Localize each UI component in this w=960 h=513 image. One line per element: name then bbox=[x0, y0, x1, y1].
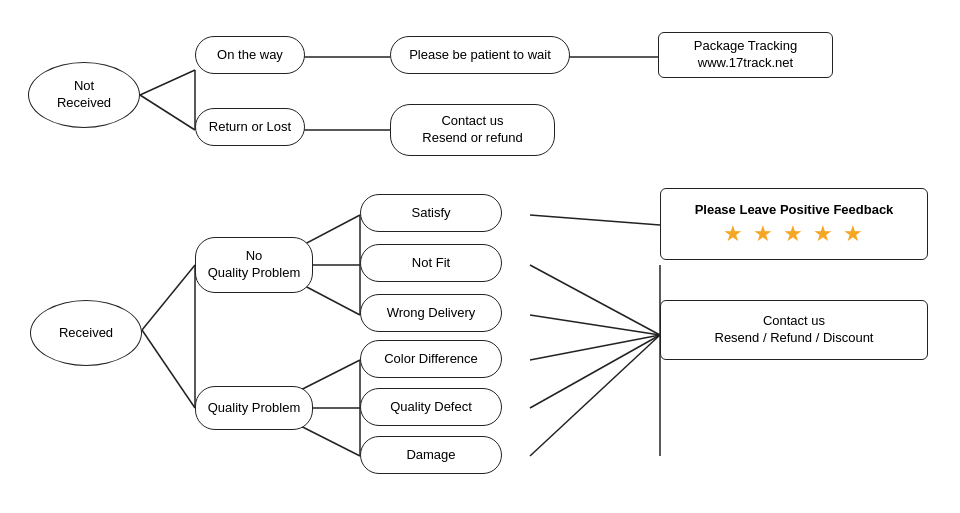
feedback-title: Please Leave Positive Feedback bbox=[695, 202, 894, 217]
quality-defect-node: Quality Defect bbox=[360, 388, 502, 426]
patient-wait-node: Please be patient to wait bbox=[390, 36, 570, 74]
svg-line-0 bbox=[140, 70, 195, 95]
wrong-delivery-node: Wrong Delivery bbox=[360, 294, 502, 332]
feedback-box: Please Leave Positive Feedback ★ ★ ★ ★ ★ bbox=[660, 188, 928, 260]
received-node: Received bbox=[30, 300, 142, 366]
package-tracking-node: Package Tracking www.17track.net bbox=[658, 32, 833, 78]
svg-line-15 bbox=[530, 315, 660, 335]
svg-line-13 bbox=[530, 215, 660, 225]
svg-line-21 bbox=[530, 335, 660, 408]
contact-resend-refund-node: Contact us Resend or refund bbox=[390, 104, 555, 156]
diagram: Not Received On the way Please be patien… bbox=[0, 0, 960, 513]
not-fit-node: Not Fit bbox=[360, 244, 502, 282]
feedback-stars: ★ ★ ★ ★ ★ bbox=[723, 221, 865, 247]
not-received-node: Not Received bbox=[28, 62, 140, 128]
no-quality-problem-node: No Quality Problem bbox=[195, 237, 313, 293]
on-the-way-node: On the way bbox=[195, 36, 305, 74]
svg-line-6 bbox=[142, 265, 195, 330]
color-difference-node: Color Difference bbox=[360, 340, 502, 378]
contact-resend-discount-node: Contact us Resend / Refund / Discount bbox=[660, 300, 928, 360]
svg-line-20 bbox=[530, 335, 660, 360]
svg-line-7 bbox=[142, 330, 195, 408]
quality-problem-node: Quality Problem bbox=[195, 386, 313, 430]
svg-line-22 bbox=[530, 335, 660, 456]
svg-line-14 bbox=[530, 265, 660, 335]
return-or-lost-node: Return or Lost bbox=[195, 108, 305, 146]
svg-line-1 bbox=[140, 95, 195, 130]
satisfy-node: Satisfy bbox=[360, 194, 502, 232]
damage-node: Damage bbox=[360, 436, 502, 474]
